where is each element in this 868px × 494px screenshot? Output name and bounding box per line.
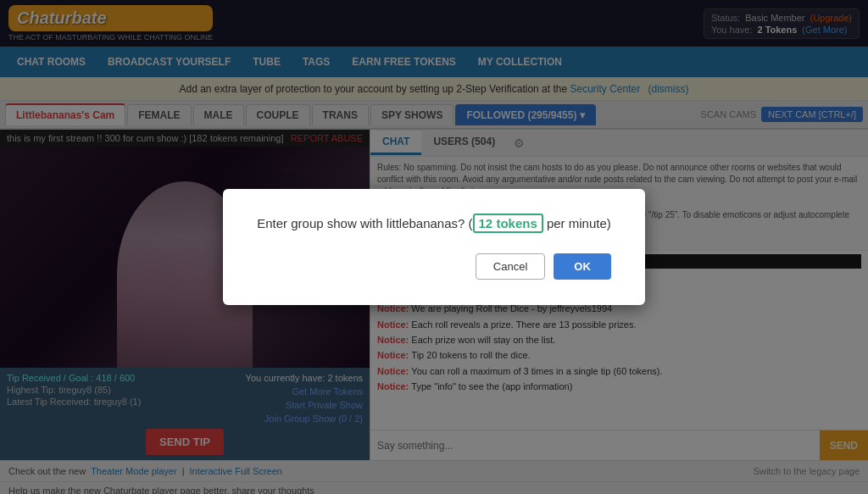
modal-overlay: Enter group show with littlebananas? (12… bbox=[0, 0, 868, 494]
modal-text: Enter group show with littlebananas? (12… bbox=[257, 214, 611, 234]
modal-cancel-button[interactable]: Cancel bbox=[476, 253, 545, 280]
modal-dialog: Enter group show with littlebananas? (12… bbox=[223, 189, 645, 306]
modal-ok-button[interactable]: OK bbox=[554, 253, 611, 280]
modal-tokens: 12 tokens bbox=[473, 214, 543, 233]
modal-buttons: Cancel OK bbox=[257, 253, 611, 280]
